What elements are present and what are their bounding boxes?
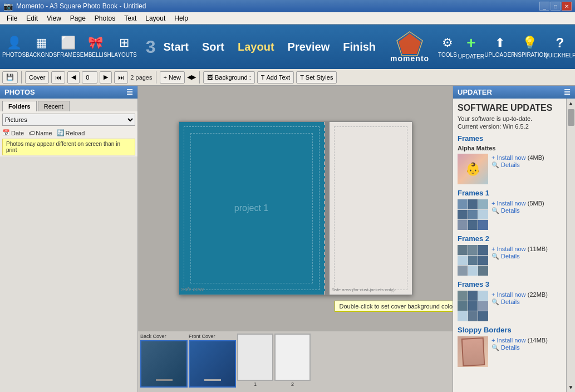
sloppy-borders-size: (14MB) — [528, 337, 548, 344]
nav-last-button[interactable]: ⏭ — [114, 71, 128, 84]
frames-2-info: + Install now (11MB) 🔍 Details — [492, 245, 562, 260]
title-bar: 📷 Momento - A3 Square Photo Book - Untit… — [0, 0, 575, 12]
step-layout[interactable]: Layout — [234, 38, 278, 56]
reload-button[interactable]: 🔄 Reload — [57, 129, 85, 136]
sort-name-button[interactable]: 🏷 Name — [28, 130, 52, 136]
add-text-button[interactable]: T Add Text — [257, 71, 294, 84]
alpha-mattes-details[interactable]: 🔍 Details — [492, 161, 562, 169]
tc23 — [478, 245, 488, 255]
frames-3-thumb — [458, 291, 488, 321]
filmstrip-thumb-back-cover[interactable] — [140, 340, 188, 388]
page-number[interactable]: 0 — [82, 71, 97, 84]
set-styles-label: Set Styles — [306, 74, 333, 81]
new-page-button[interactable]: + New — [160, 71, 185, 84]
alpha-mattes-install[interactable]: + Install now — [492, 154, 525, 161]
sub-sep-1 — [21, 71, 22, 84]
toolbar-tools-button[interactable]: ⚙ TOOLS — [438, 27, 457, 67]
cover-button[interactable]: Cover — [25, 71, 49, 84]
steps-navigation: 3 Start Sort Layout Preview Finish — [141, 24, 384, 69]
tc24 — [458, 256, 468, 266]
notice-bar: Photos may appear different on screen th… — [2, 139, 135, 155]
frames-1-install[interactable]: + Install now — [492, 200, 525, 207]
step-preview[interactable]: Preview — [284, 38, 333, 56]
toolbar-updater-button[interactable]: + UPDATER — [458, 27, 484, 67]
page-left[interactable]: project 1 Safe area: — [179, 122, 325, 295]
frames-3-thumb-grid — [458, 291, 488, 321]
tc37 — [458, 311, 468, 321]
tab-folders[interactable]: Folders — [2, 101, 37, 111]
sub-sep-3 — [199, 71, 200, 84]
toolbar-uploader-button[interactable]: ⬆ UPLOADER — [485, 27, 514, 67]
folder-select[interactable]: Pictures — [2, 114, 135, 126]
step-finish[interactable]: Finish — [340, 38, 379, 56]
tc6 — [478, 210, 488, 220]
filmstrip-thumb-page-2[interactable] — [274, 334, 311, 381]
frames-3-size: (22MB) — [528, 291, 548, 298]
frames-3-details[interactable]: 🔍 Details — [492, 298, 562, 306]
sloppy-borders-install[interactable]: + Install now — [492, 337, 525, 344]
sort-date-button[interactable]: 📅 Date — [2, 129, 24, 136]
menu-page[interactable]: Page — [66, 13, 90, 23]
minimize-button[interactable]: _ — [539, 2, 549, 11]
tc4 — [458, 210, 468, 220]
frames-2-details[interactable]: 🔍 Details — [492, 253, 562, 260]
frames-3-install[interactable]: + Install now — [492, 291, 525, 298]
book-spread[interactable]: project 1 Safe area: Safe area (for dust… — [179, 121, 412, 295]
tab-recent[interactable]: Recent — [38, 101, 70, 111]
nav-next-button[interactable]: ▶ — [100, 71, 112, 84]
scroll-track — [567, 108, 575, 383]
toolbar-tools-label: TOOLS — [438, 52, 457, 58]
tc1 — [458, 199, 468, 209]
close-button[interactable]: ✕ — [562, 2, 572, 11]
toolbar-backgnds-button[interactable]: ▦ BACKGNDS — [27, 27, 56, 67]
menu-help[interactable]: Help — [170, 13, 193, 23]
toolbar-photos-label: PHOTOS — [2, 52, 26, 58]
background-button[interactable]: 🖼 Background : — [203, 71, 255, 84]
filmstrip-thumb-page-1[interactable] — [237, 334, 273, 381]
panel-menu-icon[interactable]: ☰ — [126, 88, 133, 96]
right-panel-menu-icon[interactable]: ☰ — [564, 88, 571, 96]
nav-first-button[interactable]: ⏮ — [51, 71, 65, 84]
reload-label: Reload — [66, 130, 85, 136]
menu-file[interactable]: File — [2, 13, 22, 23]
menu-photos[interactable]: Photos — [90, 13, 120, 23]
page-right[interactable]: Safe area (for dust-jackets only): — [330, 122, 412, 295]
tc38 — [468, 311, 478, 321]
menu-edit[interactable]: Edit — [22, 13, 42, 23]
menu-layout[interactable]: Layout — [141, 13, 170, 23]
nav-prev-button[interactable]: ◀ — [67, 71, 80, 84]
updater-icon: + — [466, 34, 475, 52]
toolbar-inspiration-button[interactable]: 💡 INSPIRATION — [515, 27, 544, 67]
toolbar-frames-button[interactable]: ⬜ FRAMES — [57, 27, 80, 67]
scroll-up-arrow[interactable]: ▲ — [567, 99, 575, 108]
maximize-button[interactable]: □ — [551, 2, 561, 11]
sloppy-borders-details[interactable]: 🔍 Details — [492, 344, 562, 351]
scroll-down-arrow[interactable]: ▼ — [567, 383, 575, 392]
toolbar-photos-button[interactable]: 👤 PHOTOS — [2, 27, 26, 67]
tc26 — [478, 256, 488, 266]
toolbar-quickhelp-button[interactable]: ? QUICKHELP — [545, 27, 574, 67]
menu-text[interactable]: Text — [120, 13, 141, 23]
toolbar-embellish-button[interactable]: 🎀 EMBELLISH — [81, 27, 110, 67]
frames-2-install[interactable]: + Install now — [492, 246, 525, 252]
photos-panel-title: PHOTOS — [4, 88, 35, 96]
step-start[interactable]: Start — [160, 38, 192, 56]
toolbar-updater-label: UPDATER — [458, 53, 484, 60]
canvas-area[interactable]: project 1 Safe area: Safe area (for dust… — [138, 86, 453, 331]
filmstrip-thumb-front-cover[interactable] — [189, 340, 236, 388]
menu-bar: File Edit View Page Photos Text Layout H… — [0, 12, 575, 24]
tc34 — [458, 301, 468, 311]
frames-1-details[interactable]: 🔍 Details — [492, 207, 562, 214]
scroll-thumb[interactable] — [568, 109, 574, 126]
step-sort[interactable]: Sort — [199, 38, 228, 56]
menu-view[interactable]: View — [42, 13, 66, 23]
toolbar-layouts-button[interactable]: ⊞ LAYOUTS — [111, 27, 137, 67]
tooltip-text: Double-click to set cover background col… — [340, 303, 453, 310]
set-styles-button[interactable]: T Set Styles — [296, 71, 337, 84]
tc31 — [458, 291, 468, 301]
save-button[interactable]: 💾 — [2, 71, 18, 84]
uploader-icon: ⬆ — [495, 36, 505, 50]
photos-area — [0, 156, 137, 392]
right-panel-scrollbar[interactable]: ▲ ▼ — [566, 99, 575, 392]
update-item-alpha-mattes: 👶 + Install now (4MB) 🔍 Details — [458, 154, 562, 184]
